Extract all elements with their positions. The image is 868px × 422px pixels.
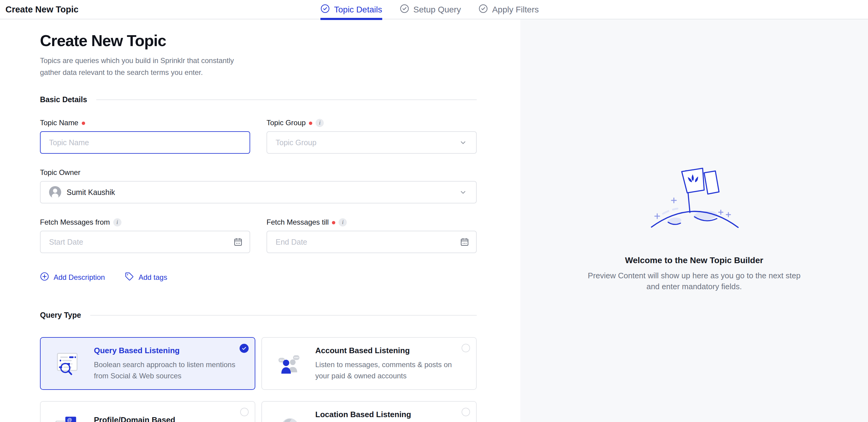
section-label: Query Type	[40, 311, 81, 319]
field-fetch-from: Fetch Messages from i	[40, 218, 250, 253]
window-title: Create New Topic	[5, 4, 79, 15]
profile-domain-icon: @ www.	[54, 414, 81, 422]
info-icon[interactable]: i	[316, 119, 324, 127]
chevron-down-icon	[459, 188, 468, 197]
add-tags-button[interactable]: Add tags	[125, 272, 167, 283]
label-text: Fetch Messages from	[40, 218, 110, 226]
flag-on-planet-illustration	[647, 162, 741, 235]
field-label: Topic Owner	[40, 168, 477, 177]
required-dot	[309, 121, 312, 125]
field-label: Fetch Messages from i	[40, 218, 250, 226]
query-type-card-query-based[interactable]: Query Based Listening Boolean search app…	[40, 337, 255, 390]
calendar-icon[interactable]	[233, 237, 243, 247]
selected-check-icon[interactable]	[240, 344, 249, 353]
preview-title: Welcome to the New Topic Builder	[625, 256, 763, 265]
end-date-input[interactable]	[267, 231, 477, 253]
calendar-icon[interactable]	[460, 237, 469, 247]
check-circle-icon	[320, 4, 330, 16]
location-based-listening-icon	[275, 414, 302, 422]
info-icon[interactable]: i	[339, 218, 347, 226]
top-bar: Create New Topic Topic Details Setup Que…	[0, 0, 868, 20]
section-query-type: Query Type	[40, 311, 477, 319]
check-circle-icon	[478, 4, 488, 16]
info-icon[interactable]: i	[113, 218, 121, 226]
add-description-button[interactable]: Add Description	[40, 272, 105, 283]
field-topic-group: Topic Group i Topic Group	[267, 118, 477, 154]
radio-unselected[interactable]	[462, 344, 470, 352]
tab-label: Apply Filters	[492, 5, 539, 15]
required-dot	[82, 121, 85, 125]
link-label: Add Description	[54, 273, 105, 282]
label-text: Topic Owner	[40, 168, 80, 177]
query-type-card-profile-domain[interactable]: @ www. Profile/Domain Based Listen to sp…	[40, 401, 255, 422]
divider	[96, 100, 477, 100]
plus-circle-icon	[40, 272, 49, 283]
tab-label: Topic Details	[334, 5, 382, 15]
account-based-listening-icon	[275, 350, 302, 377]
field-label: Topic Group i	[267, 118, 477, 127]
field-topic-owner: Topic Owner Sumit Kaushik	[40, 168, 477, 203]
check-circle-icon	[400, 4, 409, 16]
card-title: Location Based Listening	[315, 410, 458, 419]
preview-panel: Welcome to the New Topic Builder Preview…	[520, 20, 868, 422]
card-description: Listen to messages, comments & posts on …	[315, 359, 458, 382]
card-title: Query Based Listening	[94, 346, 237, 355]
query-based-listening-icon	[54, 350, 81, 377]
preview-subtitle: Preview Content will show up here as you…	[584, 270, 805, 292]
divider	[90, 315, 477, 316]
topic-owner-value: Sumit Kaushik	[67, 188, 115, 197]
card-title: Account Based Listening	[315, 346, 458, 355]
page-subtitle: Topics are queries which you build in Sp…	[40, 55, 252, 78]
start-date-input[interactable]	[40, 231, 250, 253]
card-description: Boolean search approach to listen mentio…	[94, 359, 237, 382]
svg-text:@: @	[67, 418, 72, 422]
tab-apply-filters[interactable]: Apply Filters	[478, 0, 539, 20]
create-topic-form: Create New Topic Topics are queries whic…	[0, 20, 520, 422]
field-fetch-till: Fetch Messages till i	[267, 218, 477, 253]
radio-unselected[interactable]	[462, 408, 470, 416]
query-type-card-account-based[interactable]: Account Based Listening Listen to messag…	[261, 337, 477, 390]
query-type-card-location-based[interactable]: Location Based Listening Listen to user …	[261, 401, 477, 422]
tab-setup-query[interactable]: Setup Query	[400, 0, 461, 20]
field-topic-name: Topic Name	[40, 118, 250, 154]
link-label: Add tags	[138, 273, 167, 282]
section-basic-details: Basic Details	[40, 95, 477, 104]
query-type-cards: Query Based Listening Boolean search app…	[40, 337, 477, 422]
required-dot	[332, 221, 335, 224]
topic-name-input[interactable]	[40, 131, 250, 154]
tab-topic-details[interactable]: Topic Details	[320, 0, 382, 20]
tab-label: Setup Query	[413, 5, 461, 15]
page-title: Create New Topic	[40, 31, 520, 50]
select-placeholder: Topic Group	[276, 138, 316, 147]
avatar	[49, 186, 61, 198]
section-label: Basic Details	[40, 95, 87, 104]
label-text: Topic Group	[267, 118, 306, 127]
field-label: Topic Name	[40, 118, 250, 127]
radio-unselected[interactable]	[240, 408, 249, 416]
topic-owner-select[interactable]: Sumit Kaushik	[40, 181, 477, 203]
topic-group-select[interactable]: Topic Group	[267, 131, 477, 154]
label-text: Fetch Messages till	[267, 218, 329, 226]
label-text: Topic Name	[40, 118, 79, 127]
field-label: Fetch Messages till i	[267, 218, 477, 226]
step-tabs: Topic Details Setup Query Apply Filters	[320, 0, 539, 20]
tag-icon	[125, 272, 134, 283]
chevron-down-icon	[459, 138, 468, 147]
card-title: Profile/Domain Based	[94, 415, 232, 422]
